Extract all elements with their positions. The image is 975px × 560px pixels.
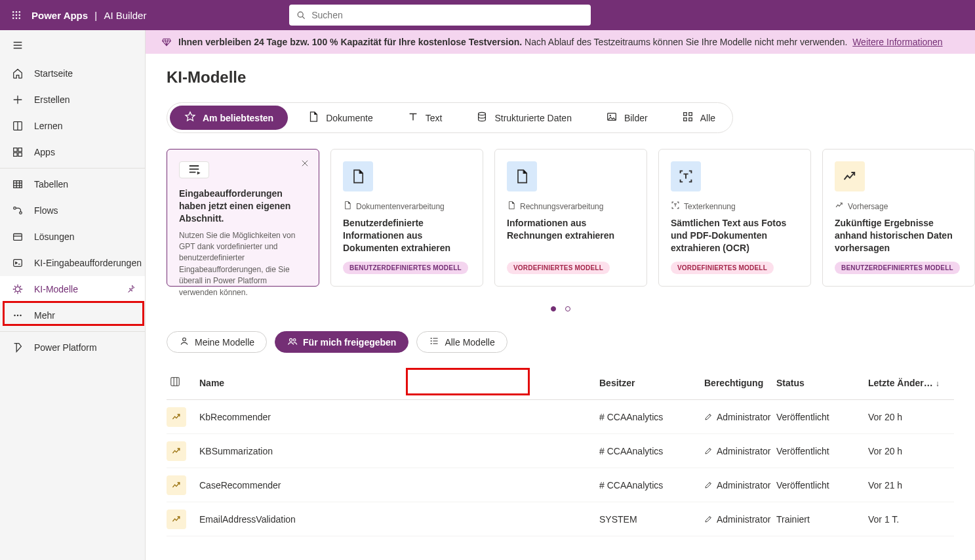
nav-item-table[interactable]: Tabellen [0, 171, 145, 197]
banner-more-link[interactable]: Weitere Informationen [852, 37, 942, 47]
cell-status: Veröffentlicht [776, 480, 868, 490]
nav-item-book[interactable]: Lernen [0, 113, 145, 139]
star-icon [184, 111, 196, 125]
ocr-icon [671, 201, 680, 212]
table-icon [12, 178, 24, 190]
cell-name: KbRecommender [199, 412, 599, 422]
trend-icon [835, 201, 844, 212]
filter-list[interactable]: Alle Modelle [416, 331, 507, 353]
models-table: Name Besitzer Berechtigung Status Letzte… [167, 366, 954, 536]
cell-status: Trainiert [776, 514, 868, 525]
nav-collapse-button[interactable] [0, 30, 145, 60]
col-status[interactable]: Status [776, 378, 868, 388]
nav-item-flow[interactable]: Flows [0, 197, 145, 224]
user-icon [179, 336, 189, 348]
table-header: Name Besitzer Berechtigung Status Letzte… [167, 366, 954, 400]
model-type-badge: VORDEFINIERTES MODELL [507, 262, 610, 274]
category-db[interactable]: Strukturierte Daten [462, 106, 586, 130]
list-icon [429, 336, 439, 348]
table-row[interactable]: EmailAddressValidation SYSTEM Administra… [167, 502, 954, 536]
cell-perm: Administrator [704, 514, 776, 525]
nav-item-app[interactable]: Apps [0, 139, 145, 165]
nav-item-plus[interactable]: Erstellen [0, 87, 145, 113]
cell-name: CaseRecommender [199, 480, 599, 490]
left-nav: Startseite Erstellen Lernen Apps Tabelle… [0, 30, 146, 560]
waffle-button[interactable] [5, 4, 28, 26]
grid-icon [682, 111, 694, 125]
app-icon [12, 146, 24, 158]
category-image[interactable]: Bilder [591, 106, 662, 130]
model-card[interactable]: Dokumentenverarbeitung Benutzerdefiniert… [330, 149, 483, 287]
search-box[interactable] [289, 5, 591, 26]
home-icon [12, 68, 24, 79]
page-title: KI-Modelle [167, 68, 975, 87]
nav-item-ai[interactable]: KI-Modelle [0, 276, 145, 302]
model-type-badge: BENUTZERDEFINIERTES MODELL [343, 262, 468, 274]
cell-name: EmailAddressValidation [199, 514, 599, 525]
nav-item-power-platform[interactable]: Power Platform [0, 334, 145, 361]
col-name[interactable]: Name [199, 378, 599, 388]
doc-icon [343, 201, 352, 212]
solution-icon [12, 231, 24, 243]
filter-user[interactable]: Meine Modelle [167, 331, 267, 353]
doc-icon [507, 161, 537, 191]
doc-icon [343, 161, 373, 191]
flow-icon [12, 205, 24, 216]
main-content: Ihnen verbleiben 24 Tage bzw. 100 % Kapa… [146, 30, 975, 560]
trend-icon [835, 161, 865, 191]
trial-banner: Ihnen verbleiben 24 Tage bzw. 100 % Kapa… [146, 30, 975, 54]
col-mod[interactable]: Letzte Änder… ↓ [868, 378, 960, 388]
cell-perm: Administrator [704, 446, 776, 456]
nav-item-solution[interactable]: Lösungen [0, 224, 145, 250]
carousel-dots [146, 306, 975, 311]
carousel-dot[interactable] [551, 306, 556, 311]
group-icon [287, 336, 298, 348]
cell-status: Veröffentlicht [776, 446, 868, 456]
carousel-dot[interactable] [565, 306, 570, 311]
cell-owner: # CCAAnalytics [599, 412, 704, 422]
table-row[interactable]: KBSummarization # CCAAnalytics Administr… [167, 434, 954, 468]
model-filter-pills: Meine Modelle Für mich freigegeben Alle … [167, 331, 975, 353]
cell-owner: SYSTEM [599, 514, 704, 525]
doc-icon [507, 201, 516, 212]
table-row[interactable]: CaseRecommender # CCAAnalytics Administr… [167, 468, 954, 502]
table-row[interactable]: KbRecommender # CCAAnalytics Administrat… [167, 400, 954, 434]
category-grid[interactable]: Alle [667, 106, 730, 130]
cell-mod: Vor 20 h [868, 412, 960, 422]
category-doc[interactable]: Dokumente [293, 106, 388, 130]
model-card[interactable]: Vorhersage Zukünftige Ergebnisse anhand … [822, 149, 975, 287]
model-card[interactable]: Rechnungsverarbeitung Informationen aus … [494, 149, 647, 287]
search-input[interactable] [311, 10, 584, 20]
model-cards-carousel: Eingabeaufforderungen haben jetzt einen … [167, 149, 975, 287]
col-perm[interactable]: Berechtigung [704, 378, 776, 388]
pin-icon[interactable] [127, 284, 136, 295]
category-tabs: Am beliebtesten Dokumente Text Strukturi… [167, 102, 733, 133]
column-settings-icon[interactable] [167, 376, 199, 390]
cell-owner: # CCAAnalytics [599, 480, 704, 490]
cell-mod: Vor 20 h [868, 446, 960, 456]
plus-icon [12, 94, 24, 106]
close-icon[interactable] [300, 159, 309, 170]
model-card[interactable]: Texterkennung Sämtlichen Text aus Fotos … [658, 149, 811, 287]
prompt-icon [12, 257, 24, 269]
nav-item-prompt[interactable]: KI-Eingabeaufforderungen [0, 250, 145, 276]
doc-icon [308, 111, 319, 125]
search-icon [296, 10, 306, 20]
nav-item-more[interactable]: Mehr [0, 302, 145, 329]
col-owner[interactable]: Besitzer [599, 378, 704, 388]
promo-card[interactable]: Eingabeaufforderungen haben jetzt einen … [167, 149, 319, 287]
category-text[interactable]: Text [393, 106, 457, 130]
category-star[interactable]: Am beliebtesten [170, 106, 288, 130]
prompt-icon [179, 161, 209, 178]
trend-icon [167, 441, 186, 461]
cell-mod: Vor 1 T. [868, 514, 960, 525]
filter-group[interactable]: Für mich freigegeben [275, 331, 408, 353]
cell-name: KBSummarization [199, 446, 599, 456]
nav-item-home[interactable]: Startseite [0, 60, 145, 87]
db-icon [476, 111, 488, 125]
ai-icon [12, 283, 24, 295]
brand-primary: Power Apps [31, 10, 88, 21]
model-type-badge: VORDEFINIERTES MODELL [671, 262, 774, 274]
brand-secondary: AI Builder [104, 10, 146, 21]
ocr-icon [671, 161, 701, 191]
